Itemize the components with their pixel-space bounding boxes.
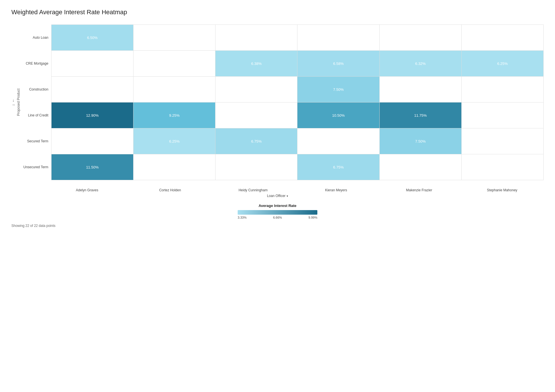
x-axis-title-row: Loan Officer ▾ — [11, 194, 544, 198]
grid-cell-4-3 — [297, 128, 379, 154]
row-label-auto-loan: Auto Loan — [23, 25, 48, 50]
x-axis-title: Loan Officer — [267, 194, 285, 198]
arrow-down-icon: ↓ — [13, 98, 15, 102]
heatmap-grid: 6.50%6.38%6.58%6.32%6.25%7.50%12.90%9.25… — [51, 24, 544, 180]
grid-cell-4-0 — [52, 128, 133, 154]
grid-cell-0-5 — [462, 25, 543, 50]
grid-row-1: 6.38%6.58%6.32%6.25% — [52, 51, 543, 77]
grid-cell-1-1 — [133, 51, 215, 76]
grid-row-2: 7.50% — [52, 77, 543, 102]
row-label-unsecured-term: Unsecured Term — [23, 154, 48, 180]
y-axis-arrows: ↓ → — [11, 98, 15, 107]
y-axis-label: Proposed Product — [17, 89, 20, 116]
row-label-cre-mortgage: CRE Mortgage — [23, 51, 48, 76]
arrow-right-icon: → — [11, 103, 15, 107]
grid-cell-4-2: 6.75% — [215, 128, 297, 154]
grid-cell-1-0 — [52, 51, 133, 76]
cell-value-1-2: 6.38% — [251, 61, 262, 66]
cell-value-1-5: 6.25% — [497, 61, 508, 66]
cell-value-3-3: 10.50% — [332, 113, 345, 118]
grid-cell-2-5 — [462, 77, 543, 102]
grid-row-5: 11.50%6.75% — [52, 154, 543, 180]
grid-cell-4-4: 7.50% — [380, 128, 462, 154]
grid-cell-3-1: 9.25% — [133, 102, 215, 128]
cell-value-3-4: 11.75% — [414, 113, 427, 118]
dropdown-icon[interactable]: ▾ — [287, 194, 288, 198]
grid-row-4: 6.25%6.75%7.50% — [52, 128, 543, 154]
cell-value-4-2: 6.75% — [251, 139, 262, 143]
grid-cell-4-1: 6.25% — [133, 128, 215, 154]
row-labels: Auto LoanCRE MortgageConstructionLine of… — [23, 24, 48, 180]
grid-cell-0-2 — [215, 25, 297, 50]
row-label-line-of-credit: Line of Credit — [23, 102, 48, 128]
legend-tick-1: 6.66% — [273, 216, 282, 219]
chart-container: ↓ → Proposed Product Auto LoanCRE Mortga… — [11, 24, 544, 180]
grid-cell-2-2 — [215, 77, 297, 102]
grid-cell-5-2 — [215, 154, 297, 180]
row-label-construction: Construction — [23, 77, 48, 102]
legend-tick-2: 9.99% — [309, 216, 317, 219]
grid-cell-2-4 — [380, 77, 462, 102]
grid-cell-2-1 — [133, 77, 215, 102]
grid-cell-3-4: 11.75% — [380, 102, 462, 128]
x-label-stephanie-mahoney: Stephanie Mahoney — [461, 188, 544, 192]
grid-cell-2-0 — [52, 77, 133, 102]
cell-value-3-0: 12.90% — [86, 113, 98, 118]
cell-value-1-3: 6.58% — [333, 61, 344, 66]
cell-value-2-3: 7.50% — [333, 87, 344, 92]
legend-ticks: 3.33% 6.66% 9.99% — [238, 216, 317, 219]
grid-cell-5-5 — [462, 154, 543, 180]
x-label-cortez-holden: Cortez Holden — [129, 188, 212, 192]
grid-cell-5-0: 11.50% — [52, 154, 133, 180]
legend-title: Average Interest Rate — [258, 204, 296, 208]
grid-row-3: 12.90%9.25%10.50%11.75% — [52, 102, 543, 128]
row-label-secured-term: Secured Term — [23, 128, 48, 154]
legend-bar-wrap: 3.33% 6.66% 9.99% — [238, 210, 317, 219]
x-axis-labels-container: Adelyn GravesCortez HoldenHeidy Cunningh… — [11, 186, 544, 192]
grid-cell-3-5 — [462, 102, 543, 128]
grid-cell-1-2: 6.38% — [215, 51, 297, 76]
cell-value-0-0: 6.50% — [87, 36, 98, 40]
grid-cell-4-5 — [462, 128, 543, 154]
x-label-heidy-cunningham: Heidy Cunningham — [211, 188, 295, 192]
cell-value-5-3: 6.75% — [333, 165, 344, 169]
grid-cell-2-3: 7.50% — [297, 77, 379, 102]
chart-title: Weighted Average Interest Rate Heatmap — [11, 9, 544, 16]
legend-tick-0: 3.33% — [238, 216, 246, 219]
x-label-adelyn-graves: Adelyn Graves — [46, 188, 129, 192]
grid-cell-0-0: 6.50% — [52, 25, 133, 50]
y-axis-label-container: ↓ → Proposed Product — [11, 24, 22, 180]
grid-cell-3-0: 12.90% — [52, 102, 133, 128]
x-label-kieran-meyers: Kieran Meyers — [295, 188, 378, 192]
grid-cell-3-2 — [215, 102, 297, 128]
cell-value-1-4: 6.32% — [415, 61, 426, 66]
grid-cell-0-1 — [133, 25, 215, 50]
grid-cell-3-3: 10.50% — [297, 102, 379, 128]
grid-cell-1-4: 6.32% — [380, 51, 462, 76]
grid-cell-5-4 — [380, 154, 462, 180]
cell-value-4-4: 7.50% — [415, 139, 426, 143]
legend-container: Average Interest Rate 3.33% 6.66% 9.99% — [11, 204, 544, 219]
cell-value-3-1: 9.25% — [169, 113, 180, 118]
grid-cell-5-1 — [133, 154, 215, 180]
cell-value-4-1: 6.25% — [169, 139, 180, 143]
grid-cell-1-3: 6.58% — [297, 51, 379, 76]
x-label-makenzie-frazier: Makenzie Frazier — [378, 188, 461, 192]
grid-cell-0-3 — [297, 25, 379, 50]
grid-cell-5-3: 6.75% — [297, 154, 379, 180]
footer-text: Showing 22 of 22 data points — [11, 224, 544, 228]
grid-cell-1-5: 6.25% — [462, 51, 543, 76]
legend-bar — [238, 210, 317, 215]
grid-row-0: 6.50% — [52, 25, 543, 51]
cell-value-5-0: 11.50% — [86, 165, 98, 169]
grid-cell-0-4 — [380, 25, 462, 50]
